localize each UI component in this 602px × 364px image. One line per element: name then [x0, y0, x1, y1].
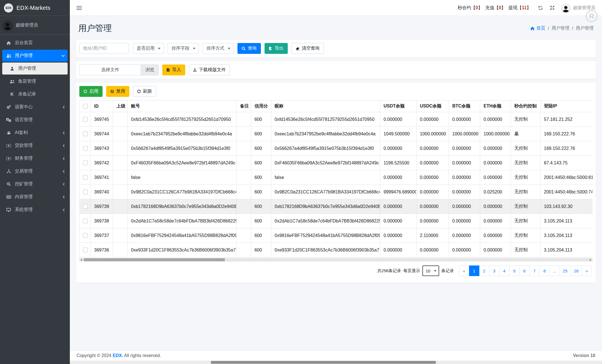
- enabled-filter-select[interactable]: 是否启用: [133, 43, 164, 54]
- page-button[interactable]: 4: [499, 265, 510, 276]
- file-input[interactable]: 选择文件 浏览: [79, 64, 159, 75]
- sidebar-item[interactable]: Az语言管理: [2, 114, 68, 126]
- cell-usdt: 0.000000: [380, 214, 417, 228]
- row-checkbox[interactable]: [83, 204, 88, 209]
- cell-usdt: 9999476.689000: [380, 185, 417, 199]
- sidebar-item[interactable]: 挖矿管理: [2, 178, 68, 190]
- cell-btc: 0.000000: [449, 156, 480, 170]
- row-checkbox[interactable]: [83, 190, 88, 194]
- sidebar-item[interactable]: 鱼苗管理: [2, 75, 68, 87]
- scroll-left-icon[interactable]: [80, 259, 82, 261]
- row-checkbox[interactable]: [83, 117, 88, 122]
- sidebar-item[interactable]: 内容管理: [2, 191, 68, 203]
- table-scrollbar[interactable]: [79, 258, 593, 262]
- page-button[interactable]: 6: [519, 265, 530, 276]
- brand[interactable]: EDX EDX-Markets: [0, 0, 70, 16]
- sidebar-item[interactable]: 财务管理: [2, 152, 68, 164]
- row-checkbox[interactable]: [83, 175, 88, 180]
- sidebar-item[interactable]: 用户管理: [2, 50, 68, 62]
- sidebar-item-label: 财务管理: [15, 155, 33, 161]
- query-button[interactable]: 查询: [237, 43, 261, 54]
- cell-btc: 1000.000000: [449, 127, 480, 141]
- row-checkbox[interactable]: [83, 219, 88, 223]
- menu-toggle-icon[interactable]: [77, 6, 82, 10]
- disable-button[interactable]: 禁用: [106, 86, 129, 97]
- import-button[interactable]: 导入: [162, 64, 185, 75]
- cell-id: 369737: [91, 228, 113, 243]
- page-prev-button[interactable]: «: [459, 265, 469, 276]
- sidebar-user-panel[interactable]: 超级管理员: [0, 16, 70, 35]
- sidebar-item[interactable]: 后台首页: [2, 37, 68, 49]
- page-button[interactable]: 2: [479, 265, 489, 276]
- cell-account: 0xb1782168D9bA63637b0c7e955e343d6a0D2e94…: [128, 199, 237, 214]
- cell-note: [237, 199, 251, 214]
- cell-credit: 600: [251, 156, 271, 170]
- page-button[interactable]: 8: [539, 265, 550, 276]
- search-input[interactable]: 地址/用户ID: [79, 43, 129, 54]
- brand-logo-icon: EDX: [4, 3, 13, 13]
- page-title: 用户管理: [78, 23, 112, 34]
- download-template-button[interactable]: 下载模版文件: [189, 64, 230, 75]
- page-button[interactable]: 3: [489, 265, 499, 276]
- row-checkbox[interactable]: [83, 146, 88, 151]
- user-icon: [8, 67, 16, 71]
- page-button[interactable]: 25: [560, 265, 571, 276]
- fullscreen-icon[interactable]: [550, 5, 555, 10]
- sidebar-item[interactable]: K杀鱼记录: [2, 88, 68, 100]
- language-icon: Az: [5, 118, 12, 122]
- refresh-icon[interactable]: [538, 5, 543, 11]
- table-row: 369741false600false0.0000000.0000000.000…: [80, 170, 593, 185]
- cell-ip: 3.105.204.113: [541, 228, 593, 243]
- page-button[interactable]: 26: [570, 265, 582, 276]
- sort-field-select[interactable]: 排序字段: [168, 43, 199, 54]
- cell-id: 369742: [91, 156, 113, 170]
- cell-id: 369743: [91, 141, 113, 156]
- clear-query-button[interactable]: 清空查询: [291, 43, 324, 54]
- cell-control: 无控制: [511, 156, 541, 170]
- table-header-row: ID上级账号备注信用分昵称USDT余额USDC余额BTC余额ETH余额秒合约控制…: [80, 100, 593, 112]
- cell-usdt: 1196.525500: [380, 156, 417, 170]
- scrollbar-thumb[interactable]: [84, 258, 225, 261]
- file-input-label: 选择文件: [80, 65, 141, 75]
- main-area: 秒合约【0】充值【0】提现【11】 超级管理员 R 用户管理 首页: [70, 0, 602, 364]
- select-all-checkbox[interactable]: [83, 104, 88, 109]
- order-stats[interactable]: 秒合约【0】充值【0】提现【11】: [458, 5, 531, 11]
- cell-control: 无控制: [511, 199, 541, 214]
- row-checkbox[interactable]: [83, 248, 88, 252]
- users-table-area: ID上级账号备注信用分昵称USDT余额USDC余额BTC余额ETH余额秒合约控制…: [79, 100, 593, 257]
- enable-button[interactable]: 启用: [79, 86, 103, 97]
- page-scrollbar-thumb[interactable]: [211, 361, 436, 364]
- row-checkbox[interactable]: [83, 233, 88, 238]
- sort-order-select[interactable]: 排序方式: [203, 43, 234, 54]
- browse-button[interactable]: 浏览: [141, 65, 158, 75]
- stat-badge[interactable]: 充值【0】: [485, 5, 506, 11]
- page-next-button[interactable]: »: [582, 265, 592, 276]
- stat-badge[interactable]: 提现【11】: [508, 5, 531, 11]
- sidebar-item[interactable]: 交易管理: [2, 165, 68, 177]
- sidebar-item[interactable]: 用户管理: [2, 63, 68, 75]
- footer-brand-link[interactable]: EDX.: [113, 353, 123, 358]
- row-checkbox[interactable]: [83, 131, 88, 136]
- page-size-select[interactable]: 10: [422, 265, 439, 276]
- cell-parent: [113, 127, 128, 141]
- page-scrollbar[interactable]: [70, 361, 602, 364]
- sidebar-item[interactable]: 系统管理: [2, 204, 68, 216]
- cell-eth: 0.000000: [480, 112, 511, 127]
- cell-usdc: 0.000000: [417, 112, 449, 127]
- cell-account: 0x9B2C0a231CC126CA77b981BA334197DfCb668c…: [128, 185, 237, 199]
- export-button[interactable]: 导出: [265, 43, 288, 54]
- sidebar-item[interactable]: 贷款管理: [2, 140, 68, 152]
- scroll-right-icon[interactable]: [590, 259, 591, 261]
- row-checkbox[interactable]: [83, 161, 88, 165]
- page-button[interactable]: 7: [529, 265, 540, 276]
- table-row: 3697380x2dAb1C7a58c58de7c64bFDbA7BB3bf42…: [80, 214, 593, 228]
- sidebar-item[interactable]: 设置中心: [2, 101, 68, 113]
- page-button[interactable]: 1: [469, 265, 479, 276]
- refresh-table-button[interactable]: 刷新: [133, 86, 156, 97]
- sidebar-item[interactable]: AI套利: [2, 127, 68, 139]
- cell-credit: 600: [251, 127, 271, 141]
- page-button[interactable]: 5: [509, 265, 520, 276]
- stat-badge[interactable]: 秒合约【0】: [458, 5, 482, 11]
- cell-credit: 600: [251, 228, 271, 243]
- breadcrumb-home-link[interactable]: 首页: [530, 25, 545, 31]
